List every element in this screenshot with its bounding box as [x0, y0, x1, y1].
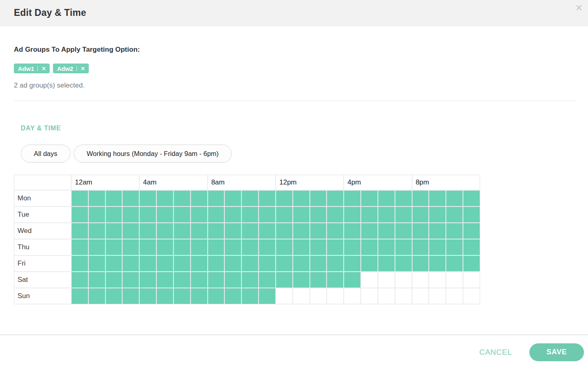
hour-cell[interactable] [140, 207, 156, 222]
hour-cell[interactable] [429, 239, 445, 255]
hour-cell[interactable] [446, 223, 463, 239]
hour-cell[interactable] [446, 239, 463, 255]
hour-cell[interactable] [140, 272, 156, 288]
hour-cell[interactable] [378, 256, 395, 271]
hour-cell[interactable] [412, 239, 429, 255]
hour-cell[interactable] [89, 256, 105, 271]
working-hours-button[interactable]: Working hours (Monday - Friday 9am - 6pm… [74, 145, 232, 163]
hour-cell[interactable] [174, 272, 190, 288]
hour-cell[interactable] [225, 191, 241, 206]
hour-cell[interactable] [361, 272, 377, 288]
hour-cell[interactable] [361, 256, 377, 271]
hour-cell[interactable] [208, 223, 224, 239]
hour-cell[interactable] [106, 239, 122, 255]
hour-cell[interactable] [327, 272, 343, 288]
close-icon[interactable]: ✕ [573, 2, 585, 14]
hour-cell[interactable] [446, 256, 463, 271]
hour-cell[interactable] [344, 272, 360, 288]
hour-cell[interactable] [89, 288, 105, 304]
hour-cell[interactable] [463, 288, 480, 304]
hour-cell[interactable] [242, 239, 258, 255]
hour-cell[interactable] [174, 223, 190, 239]
hour-cell[interactable] [293, 207, 309, 222]
hour-cell[interactable] [395, 207, 412, 222]
hour-cell[interactable] [174, 207, 190, 222]
hour-cell[interactable] [412, 272, 429, 288]
hour-cell[interactable] [395, 239, 412, 255]
hour-cell[interactable] [242, 256, 258, 271]
hour-cell[interactable] [463, 223, 480, 239]
hour-cell[interactable] [259, 223, 275, 239]
hour-cell[interactable] [106, 191, 122, 206]
hour-cell[interactable] [310, 207, 327, 222]
hour-cell[interactable] [208, 191, 224, 206]
hour-cell[interactable] [276, 272, 292, 288]
hour-cell[interactable] [106, 223, 122, 239]
hour-cell[interactable] [140, 239, 156, 255]
hour-cell[interactable] [191, 223, 207, 239]
hour-cell[interactable] [225, 288, 241, 304]
hour-cell[interactable] [157, 207, 173, 222]
hour-cell[interactable] [276, 288, 292, 304]
hour-cell[interactable] [259, 272, 275, 288]
hour-cell[interactable] [72, 223, 88, 239]
hour-cell[interactable] [429, 272, 445, 288]
hour-cell[interactable] [191, 272, 207, 288]
hour-cell[interactable] [140, 191, 156, 206]
all-days-button[interactable]: All days [21, 145, 70, 163]
hour-cell[interactable] [310, 272, 327, 288]
hour-cell[interactable] [412, 207, 429, 222]
hour-cell[interactable] [327, 223, 343, 239]
hour-cell[interactable] [157, 191, 173, 206]
hour-cell[interactable] [123, 288, 139, 304]
save-button[interactable]: SAVE [529, 343, 584, 361]
hour-cell[interactable] [123, 272, 139, 288]
hour-cell[interactable] [361, 207, 377, 222]
hour-cell[interactable] [225, 223, 241, 239]
hour-cell[interactable] [157, 223, 173, 239]
hour-cell[interactable] [123, 223, 139, 239]
hour-cell[interactable] [242, 207, 258, 222]
hour-cell[interactable] [395, 223, 412, 239]
hour-cell[interactable] [157, 272, 173, 288]
hour-cell[interactable] [123, 207, 139, 222]
hour-cell[interactable] [361, 239, 377, 255]
hour-cell[interactable] [310, 239, 327, 255]
hour-cell[interactable] [429, 288, 445, 304]
hour-cell[interactable] [157, 288, 173, 304]
hour-cell[interactable] [327, 256, 343, 271]
hour-cell[interactable] [293, 239, 309, 255]
hour-cell[interactable] [242, 223, 258, 239]
hour-cell[interactable] [463, 239, 480, 255]
hour-cell[interactable] [208, 239, 224, 255]
hour-cell[interactable] [72, 239, 88, 255]
hour-cell[interactable] [276, 239, 292, 255]
hour-cell[interactable] [378, 239, 395, 255]
hour-cell[interactable] [327, 191, 343, 206]
hour-cell[interactable] [259, 239, 275, 255]
hour-cell[interactable] [72, 256, 88, 271]
hour-cell[interactable] [412, 191, 429, 206]
remove-tag-icon[interactable]: ✕ [77, 66, 85, 71]
hour-cell[interactable] [89, 223, 105, 239]
hour-cell[interactable] [463, 191, 480, 206]
hour-cell[interactable] [378, 191, 395, 206]
hour-cell[interactable] [106, 272, 122, 288]
hour-cell[interactable] [242, 272, 258, 288]
hour-cell[interactable] [412, 223, 429, 239]
hour-cell[interactable] [89, 272, 105, 288]
hour-cell[interactable] [191, 191, 207, 206]
hour-cell[interactable] [361, 223, 377, 239]
hour-cell[interactable] [429, 223, 445, 239]
remove-tag-icon[interactable]: ✕ [37, 66, 46, 71]
hour-cell[interactable] [123, 191, 139, 206]
hour-cell[interactable] [310, 191, 327, 206]
hour-cell[interactable] [276, 223, 292, 239]
hour-cell[interactable] [327, 288, 343, 304]
hour-cell[interactable] [293, 288, 309, 304]
hour-cell[interactable] [174, 191, 190, 206]
hour-cell[interactable] [191, 207, 207, 222]
hour-cell[interactable] [463, 272, 480, 288]
hour-cell[interactable] [412, 256, 429, 271]
hour-cell[interactable] [225, 272, 241, 288]
